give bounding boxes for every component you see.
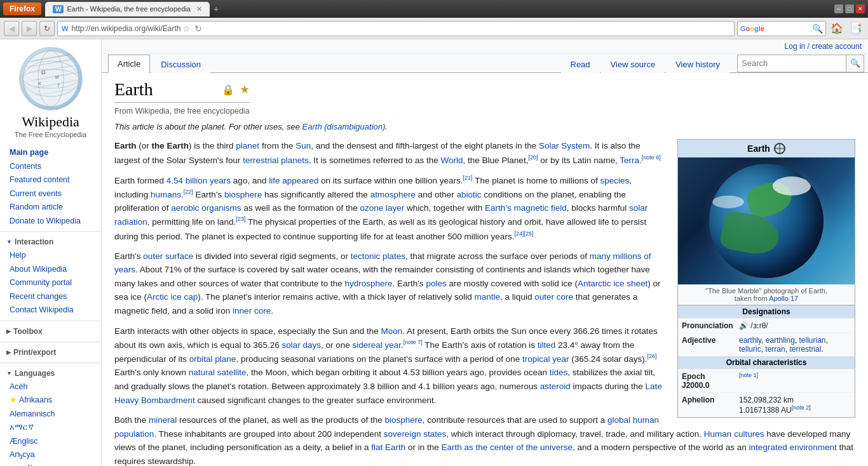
bookmark-button[interactable]: 📑 [848,22,864,34]
minimize-button[interactable]: ─ [834,4,843,13]
wiki-search-button[interactable]: 🔍 [846,55,864,72]
forward-button[interactable]: ▶ [22,21,37,36]
home-button[interactable]: 🏠 [829,22,845,34]
sidereal-year-link[interactable]: sidereal year [352,340,401,350]
mantle-link[interactable]: mantle [475,292,501,302]
new-tab-button[interactable]: + [210,3,222,15]
solar-days-link[interactable]: solar days [281,340,321,350]
tab-view-source[interactable]: View source [601,55,665,73]
tides-link[interactable]: tides [550,368,568,377]
tab-read[interactable]: Read [561,55,600,73]
tectonic-plates-link[interactable]: tectonic plates [351,251,405,261]
earth-center-link[interactable]: Earth as the center of the universe [442,443,573,452]
back-button[interactable]: ◀ [4,21,19,36]
aerobic-link[interactable]: aerobic organisms [171,203,241,213]
sidebar-item-featured[interactable]: Featured content [0,173,101,187]
sidebar-interaction-header[interactable]: Interaction [0,235,101,249]
sidebar-item-contents[interactable]: Contents [0,160,101,174]
maximize-button[interactable]: □ [845,4,854,13]
planet-link[interactable]: planet [236,141,259,150]
atmosphere-link[interactable]: atmosphere [370,189,416,199]
magnetic-field-link[interactable]: Earth's magnetic field [485,203,567,213]
biosphere2-link[interactable]: biosphere [385,415,423,425]
world-link[interactable]: World [441,155,463,164]
asteroid-link[interactable]: asteroid [540,382,571,391]
tab-article[interactable]: Article [108,55,150,73]
moon-link[interactable]: Moon [381,326,403,336]
tab-close-button[interactable]: ✕ [196,5,202,13]
ozone-layer-link[interactable]: ozone layer [360,203,404,213]
outer-surface-link[interactable]: outer surface [143,251,193,261]
refresh-button[interactable]: ↻ [39,21,55,36]
sidebar-toolbox-header[interactable]: Toolbox [0,324,101,338]
apollo-link[interactable]: Apollo 17 [769,295,798,302]
orbital-plane-link[interactable]: orbital plane [189,354,236,364]
species-link[interactable]: species [600,175,629,185]
sidebar-item-main-page[interactable]: Main page [0,146,101,160]
google-search-bar[interactable]: Google 🔍 [737,21,826,36]
wiki-search-input[interactable] [738,57,846,69]
poles-link[interactable]: poles [426,279,446,288]
wiki-search-box[interactable]: 🔍 [737,55,864,72]
sidebar-item-donate[interactable]: Donate to Wikipedia [0,215,101,229]
sidebar-print-header[interactable]: Print/export [0,345,101,359]
earthling-link[interactable]: earthling [766,336,795,345]
late-heavy-bombardment-link[interactable]: Late Heavy Bombardment [114,382,662,405]
sidebar-lang-aceh[interactable]: Acèh [0,380,101,394]
terra-link[interactable]: Terra [620,155,639,164]
disambiguation-link[interactable]: Earth (disambiguation) [302,122,386,131]
sidebar-item-current-events[interactable]: Current events [0,187,101,201]
google-search-button[interactable]: 🔍 [812,23,823,34]
telluric-link[interactable]: telluric [739,345,761,354]
inner-core-link[interactable]: inner core [233,306,271,316]
terran-link[interactable]: terran [765,345,785,354]
arctic-ice-cap-link[interactable]: Arctic ice cap [147,292,198,302]
address-bar[interactable]: W http://en.wikipedia.org/wiki/Earth ☆ ↻ [57,21,735,36]
4-54-billion-link[interactable]: 4.54 billion years [166,175,231,185]
sidebar-item-random[interactable]: Random article [0,201,101,215]
terrestrial-planets-link[interactable]: terrestrial planets [243,155,309,164]
tab-view-history[interactable]: View history [666,55,729,73]
sidebar-item-about[interactable]: About Wikipedia [0,263,101,277]
pronunciation-audio-link[interactable]: 🔊 [739,321,749,330]
tropical-year-link[interactable]: tropical year [522,354,569,364]
sidebar-lang-amharic[interactable]: አማርኛ [0,421,101,435]
active-tab[interactable]: W Earth - Wikipedia, the free encycloped… [45,2,210,17]
sidebar-item-recent-changes[interactable]: Recent changes [0,290,101,304]
sidebar-lang-afrikaans[interactable]: ★ Afrikaans [0,394,101,408]
biosphere-link[interactable]: biosphere [224,189,262,199]
tellurian-link[interactable]: tellurian [799,336,826,345]
sidebar-lang-abkhaz[interactable]: Аҧсуа [0,448,101,462]
earthly-link[interactable]: earthly [739,336,761,345]
flat-earth-link[interactable]: flat Earth [371,443,405,452]
humans-link[interactable]: humans [151,189,181,199]
mineral-link[interactable]: mineral [149,415,177,425]
human-cultures-link[interactable]: Human cultures [704,429,764,439]
bookmark-star[interactable]: ☆ [180,23,193,34]
sidebar-lang-alemannisch[interactable]: Alemannisch [0,408,101,422]
tab-discussion[interactable]: Discussion [151,55,210,73]
refresh-small[interactable]: ↻ [193,23,204,34]
close-button[interactable]: ✕ [856,4,865,13]
life-appeared-link[interactable]: life appeared [269,175,318,185]
sidebar-item-contact[interactable]: Contact Wikipedia [0,303,101,317]
sidebar-languages-header[interactable]: Languages [0,366,101,380]
solar-system-link[interactable]: Solar System [539,141,590,150]
sidebar-lang-anglisc[interactable]: Ænglisc [0,435,101,449]
antarctic-ice-sheet-link[interactable]: Antarctic ice sheet [578,279,648,288]
login-link[interactable]: Log in / create account [785,42,862,51]
sovereign-states-link[interactable]: sovereign states [384,429,446,439]
sidebar-lang-arabic[interactable]: العربية [0,462,101,467]
hydrosphere-link[interactable]: hydrosphere [344,279,392,288]
firefox-button[interactable]: Firefox [3,3,41,15]
sidebar-item-community[interactable]: Community portal [0,276,101,290]
tilted-link[interactable]: tilted [538,340,556,350]
sun-link[interactable]: Sun [295,141,311,150]
abiotic-link[interactable]: abiotic [456,189,481,199]
terrestrial-link[interactable]: terrestrial [789,345,821,354]
google-search-input[interactable] [766,24,809,33]
sidebar-item-help[interactable]: Help [0,249,101,263]
natural-satellite-link[interactable]: natural satellite [189,368,247,377]
outer-core-link[interactable]: outer core [534,292,573,302]
integrated-environment-link[interactable]: integrated environment [749,443,837,452]
